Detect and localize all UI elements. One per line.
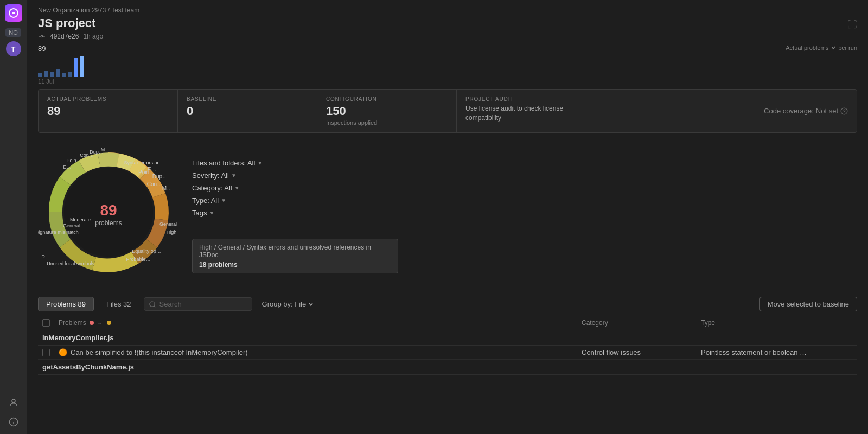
filter-category-label: Category: All xyxy=(192,184,232,192)
svg-text:E…: E… xyxy=(148,167,157,173)
search-box[interactable] xyxy=(144,297,252,311)
chart-bar xyxy=(56,69,60,77)
svg-text:Signature mismatch: Signature mismatch xyxy=(38,229,79,235)
actual-problems-label: ACTUAL PROBLEMS xyxy=(47,96,169,102)
svg-text:Equality op…: Equality op… xyxy=(132,248,161,254)
page-title: JS project xyxy=(38,16,95,30)
tab-problems[interactable]: Problems 89 xyxy=(38,297,94,311)
chevron-down-icon: ▼ xyxy=(234,185,240,191)
app-logo[interactable] xyxy=(5,4,22,22)
filter-severity-label: Severity: All xyxy=(192,171,229,180)
filter-type[interactable]: Type: All ▼ xyxy=(192,196,857,205)
svg-line-32 xyxy=(154,305,155,307)
filter-type-label: Type: All xyxy=(192,196,219,205)
actual-problems-value: 89 xyxy=(47,104,169,118)
problem-icon: 🟠 xyxy=(59,348,67,356)
arrow-icon: → xyxy=(97,320,103,326)
commit-hash: 492d7e26 xyxy=(50,33,79,40)
sidebar: NO T xyxy=(0,0,27,434)
table-row[interactable]: 🟠 Can be simplified to !(this instanceof… xyxy=(38,346,857,360)
page-header: New Organization 2973 / Test team JS pro… xyxy=(38,7,857,40)
chart-bar-active xyxy=(80,56,84,77)
problem-type: Pointless statement or boolean … xyxy=(701,348,853,356)
tab-bar: Problems 89 Files 32 Group by: File Move… xyxy=(38,297,857,311)
expand-icon[interactable]: ⛶ xyxy=(847,19,857,30)
timeline-chart xyxy=(38,54,857,78)
chevron-down-icon: ▼ xyxy=(257,160,263,166)
row-checkbox[interactable] xyxy=(42,349,59,356)
group-by-selector[interactable]: Group by: File xyxy=(257,297,320,311)
svg-text:D…: D… xyxy=(41,254,50,259)
svg-text:Probable…: Probable… xyxy=(126,257,150,262)
col-category-header: Category xyxy=(582,319,701,327)
chart-date-label: 11 Jul xyxy=(38,78,857,85)
filter-severity[interactable]: Severity: All ▼ xyxy=(192,171,857,180)
col-problems-header: Problems → xyxy=(59,319,582,327)
chart-bar-active xyxy=(74,58,78,77)
stat-configuration: CONFIGURATION 150 Inspections applied xyxy=(317,90,457,132)
svg-text:M…: M… xyxy=(101,147,110,152)
chart-right-label: Actual problems per run xyxy=(786,44,857,51)
chevron-down-icon: ▼ xyxy=(231,173,237,178)
breadcrumb: New Organization 2973 / Test team xyxy=(38,7,857,14)
filter-files-folders[interactable]: Files and folders: All ▼ xyxy=(192,159,857,167)
svg-text:E…: E… xyxy=(63,164,71,170)
donut-center: 89 problems xyxy=(95,202,122,227)
svg-text:M…: M… xyxy=(162,186,172,192)
problem-category: Control flow issues xyxy=(582,348,701,356)
baseline-value: 0 xyxy=(187,104,308,118)
configuration-label: CONFIGURATION xyxy=(326,96,448,102)
configuration-sub: Inspections applied xyxy=(326,119,448,126)
svg-point-31 xyxy=(149,301,154,306)
svg-point-5 xyxy=(41,35,43,37)
stat-project-audit: PROJECT AUDIT Use license audit to check… xyxy=(457,90,596,132)
select-all-checkbox[interactable] xyxy=(42,319,59,327)
search-input[interactable] xyxy=(159,300,235,308)
org-badge[interactable]: NO xyxy=(5,28,21,37)
table-header: Problems → Category Type xyxy=(38,316,857,330)
project-audit-label: PROJECT AUDIT xyxy=(465,96,587,102)
main-content: New Organization 2973 / Test team JS pro… xyxy=(27,0,868,434)
tooltip-box: High / General / Syntax errors and unres… xyxy=(192,239,398,273)
problems-table: Problems → Category Type InMemoryCompile… xyxy=(38,316,857,427)
file-row: InMemoryCompiler.js xyxy=(38,330,857,346)
code-coverage-value: Not set xyxy=(816,107,838,115)
filter-files-label: Files and folders: All xyxy=(192,159,255,167)
svg-text:Unused local symbols: Unused local symbols xyxy=(47,261,94,266)
tooltip-path: High / General / Syntax errors and unres… xyxy=(199,244,391,259)
filter-tags-label: Tags xyxy=(192,209,207,217)
svg-text:Syntax errors an…: Syntax errors an… xyxy=(124,160,164,165)
svg-text:Poin…: Poin… xyxy=(66,158,81,163)
svg-text:Con…: Con… xyxy=(147,181,162,187)
commit-icon xyxy=(38,33,46,40)
question-icon xyxy=(840,107,848,115)
chart-bar xyxy=(50,72,54,77)
code-coverage: Code coverage: Not set xyxy=(596,90,857,132)
svg-text:General: General xyxy=(159,221,177,227)
file-row: getAssetsByChunkName.js xyxy=(38,360,857,375)
info-icon[interactable] xyxy=(6,414,21,430)
chart-bar xyxy=(38,73,42,77)
search-icon xyxy=(149,301,156,308)
severity-red-dot xyxy=(90,321,94,325)
stat-actual-problems: ACTUAL PROBLEMS 89 xyxy=(39,90,178,132)
tab-files[interactable]: Files 32 xyxy=(98,297,139,311)
stat-baseline: BASELINE 0 xyxy=(178,90,317,132)
commit-info: 492d7e26 1h ago xyxy=(38,33,857,40)
move-baseline-button[interactable]: Move selected to baseline xyxy=(760,297,857,311)
donut-chart: Poin… Con… E… Dup… M… E… Poin… Con… Dup…… xyxy=(38,142,179,288)
filter-tags[interactable]: Tags ▼ xyxy=(192,209,857,217)
chevron-down-icon xyxy=(308,302,314,307)
filters-panel: Files and folders: All ▼ Severity: All ▼… xyxy=(192,150,857,217)
person-icon[interactable] xyxy=(6,395,21,410)
svg-text:High: High xyxy=(167,229,177,235)
severity-yellow-dot xyxy=(107,321,111,325)
problem-text: Can be simplified to !(this instanceof I… xyxy=(71,348,248,356)
donut-label: problems xyxy=(95,219,122,227)
avatar[interactable]: T xyxy=(6,41,21,56)
filter-category[interactable]: Category: All ▼ xyxy=(192,184,857,192)
svg-text:Dup…: Dup… xyxy=(152,174,168,180)
col-type-header: Type xyxy=(701,319,853,327)
project-audit-text: Use license audit to check license compa… xyxy=(465,104,587,123)
chevron-down-icon xyxy=(831,45,836,50)
